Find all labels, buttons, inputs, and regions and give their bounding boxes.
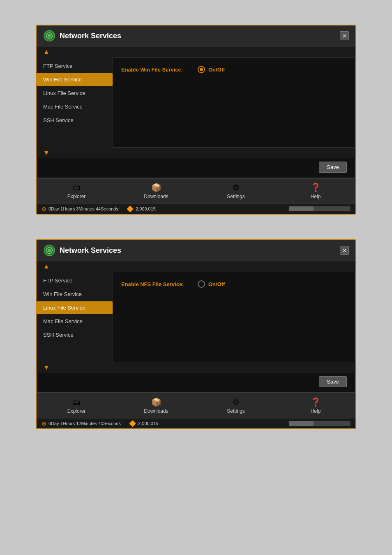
taskbar-explorer-1[interactable]: 🗂 Explorer [37,181,116,201]
radio-toggle-1[interactable]: On/Off [198,66,225,73]
sidebar-1: FTP Service Win File Service Linux File … [37,57,113,148]
scroll-up-2[interactable]: ▲ [37,261,355,272]
network-status-1: 🔶 2,000,015 [127,206,156,212]
logo-icon-2 [43,244,55,257]
window-title-1: Network Services [60,32,121,40]
time-text-2: 0Day 1Hours 12Minutes 40Seconds [48,421,121,426]
radio-on-1[interactable] [198,66,205,73]
window-title-2: Network Services [60,246,121,255]
scroll-down-1[interactable]: ▼ [37,148,355,158]
toggle-label-1: On/Off [208,67,225,73]
sidebar-item-ssh-2[interactable]: SSH Service [37,328,113,341]
sidebar-item-linux-2[interactable]: Linux File Service [37,301,113,314]
status-bar-1: ⊕ 0Day 1Hours 3Minutes 44Seconds 🔶 2,000… [37,204,355,214]
taskbar-help-label-2: Help [311,408,321,414]
network-icon-2: 🔶 [129,420,136,427]
progress-bar-2 [289,421,350,426]
status-bar-2: ⊕ 0Day 1Hours 12Minutes 40Seconds 🔶 2,00… [37,418,355,428]
window-2: Network Services ✕ ▲ FTP Service Win Fil… [36,239,356,429]
taskbar-settings-label-1: Settings [227,194,244,199]
title-bar-1: Network Services ✕ [37,25,355,46]
sidebar-item-mac-2[interactable]: Mac File Service [37,315,113,328]
progress-fill-1 [289,206,314,211]
taskbar-1: 🗂 Explorer 📦 Downloads ⚙ Settings ❓ Help [37,178,355,204]
status-right-1 [164,206,350,211]
taskbar-downloads-1[interactable]: 📦 Downloads [116,181,196,201]
progress-fill-2 [289,421,314,426]
save-area-2: Save [37,373,355,393]
taskbar-help-2[interactable]: ❓ Help [276,395,355,416]
title-bar-2: Network Services ✕ [37,240,355,261]
main-content-2: FTP Service Win File Service Linux File … [37,272,355,362]
clock-icon-1: ⊕ [42,206,46,212]
network-status-2: 🔶 2,000,015 [129,420,158,427]
close-button-2[interactable]: ✕ [340,246,349,255]
sidebar-item-win-1[interactable]: Win File Service [37,73,113,86]
radio-off-2[interactable] [198,280,205,288]
sidebar-item-mac-1[interactable]: Mac File Service [37,100,113,113]
taskbar-explorer-2[interactable]: 🗂 Explorer [37,396,116,416]
svg-point-3 [48,249,51,252]
save-area-1: Save [37,158,355,178]
taskbar-downloads-label-1: Downloads [144,194,168,199]
status-right-2 [166,421,350,426]
radio-toggle-2[interactable]: On/Off [198,280,225,288]
sidebar-2: FTP Service Win File Service Linux File … [37,272,113,362]
content-panel-1: Enable Win File Service: On/Off [113,57,355,148]
title-bar-left-2: Network Services [43,244,121,257]
setting-row-1: Enable Win File Service: On/Off [121,66,347,73]
network-icon-1: 🔶 [127,206,134,212]
settings-icon-1: ⚙ [232,183,240,192]
taskbar-explorer-label-2: Explorer [67,408,86,414]
sidebar-item-linux-1[interactable]: Linux File Service [37,87,113,99]
scroll-up-1[interactable]: ▲ [37,46,355,57]
window-1: Network Services ✕ ▲ FTP Service Win Fil… [36,25,356,215]
taskbar-settings-2[interactable]: ⚙ Settings [196,395,276,416]
toggle-label-2: On/Off [208,281,225,287]
sidebar-item-win-2[interactable]: Win File Service [37,288,113,301]
svg-point-1 [48,34,51,37]
main-content-1: FTP Service Win File Service Linux File … [37,57,355,148]
clock-icon-2: ⊕ [42,420,46,427]
title-bar-left-1: Network Services [43,30,121,42]
time-text-1: 0Day 1Hours 3Minutes 44Seconds [48,206,118,211]
setting-label-2: Enable NFS File Service: [121,281,191,287]
taskbar-2: 🗂 Explorer 📦 Downloads ⚙ Settings ❓ Help [37,393,355,418]
close-button-1[interactable]: ✕ [340,31,349,40]
taskbar-settings-1[interactable]: ⚙ Settings [196,181,276,201]
logo-icon-1 [43,30,55,42]
setting-row-2: Enable NFS File Service: On/Off [121,280,347,288]
time-status-2: ⊕ 0Day 1Hours 12Minutes 40Seconds [42,420,121,427]
taskbar-help-1[interactable]: ❓ Help [276,181,355,201]
explorer-icon-1: 🗂 [72,183,81,192]
taskbar-downloads-2[interactable]: 📦 Downloads [116,395,196,416]
help-icon-1: ❓ [311,183,321,192]
save-button-1[interactable]: Save [319,162,347,173]
settings-icon-2: ⚙ [232,397,240,407]
taskbar-downloads-label-2: Downloads [144,408,168,414]
setting-label-1: Enable Win File Service: [121,67,191,73]
downloads-icon-2: 📦 [151,397,161,407]
progress-bar-1 [289,206,350,211]
sidebar-item-ftp-2[interactable]: FTP Service [37,274,113,287]
taskbar-help-label-1: Help [311,194,321,199]
network-text-1: 2,000,015 [136,206,156,211]
content-panel-2: Enable NFS File Service: On/Off [113,272,355,362]
taskbar-settings-label-2: Settings [227,408,244,414]
sidebar-item-ssh-1[interactable]: SSH Service [37,114,113,127]
save-button-2[interactable]: Save [319,376,347,387]
network-text-2: 2,000,015 [138,421,158,426]
taskbar-explorer-label-1: Explorer [67,194,86,199]
sidebar-item-ftp-1[interactable]: FTP Service [37,60,113,72]
scroll-down-2[interactable]: ▼ [37,362,355,373]
time-status-1: ⊕ 0Day 1Hours 3Minutes 44Seconds [42,206,118,212]
explorer-icon-2: 🗂 [72,398,81,407]
downloads-icon-1: 📦 [151,183,161,192]
help-icon-2: ❓ [311,397,321,407]
